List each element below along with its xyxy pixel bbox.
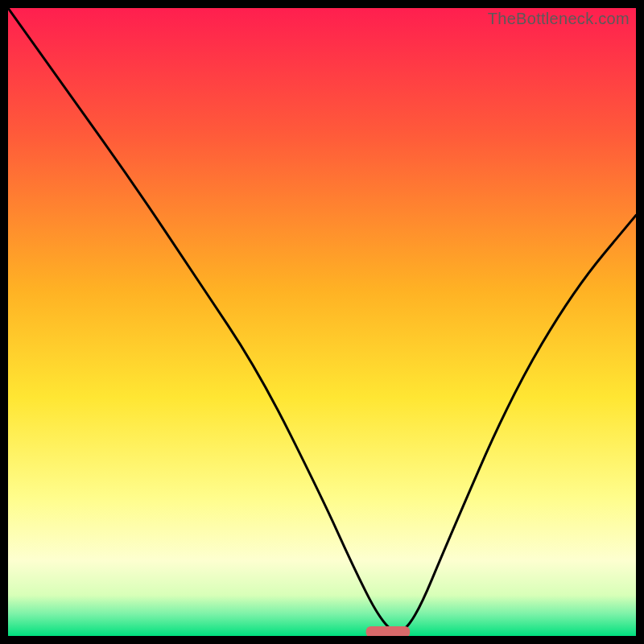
optimal-marker — [366, 626, 411, 636]
gradient-background — [8, 8, 636, 636]
chart-frame — [8, 8, 636, 636]
watermark-text: TheBottleneck.com — [488, 10, 630, 28]
bottleneck-chart — [8, 8, 636, 636]
